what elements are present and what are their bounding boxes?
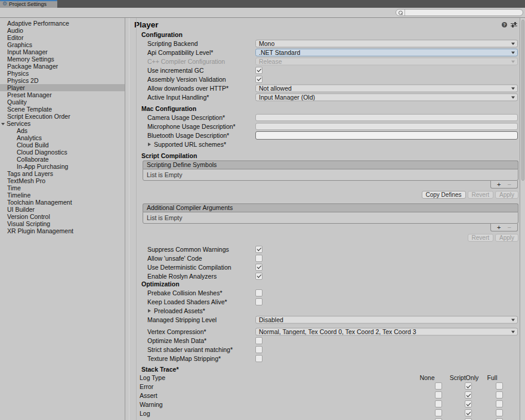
stacktrace-assert-none-checkbox[interactable]: [435, 391, 442, 399]
sidebar-item-package-manager[interactable]: Package Manager: [0, 63, 125, 70]
sidebar-item-tags-and-layers[interactable]: Tags and Layers: [0, 170, 125, 177]
row-label: Bluetooth Usage Description*: [147, 132, 229, 139]
checkbox-optimize-mesh-data[interactable]: [255, 337, 262, 344]
stack-trace-row: Assert: [126, 391, 520, 400]
checkbox-use-incremental-gc[interactable]: [255, 67, 262, 74]
sidebar-item-textmesh-pro[interactable]: TextMesh Pro: [0, 177, 125, 184]
copy-defines-button[interactable]: Copy Defines: [422, 191, 466, 199]
presets-icon[interactable]: [511, 22, 517, 27]
page-title: Player: [134, 20, 159, 29]
field-bluetooth-usage-description[interactable]: [255, 131, 518, 140]
dropdown-vertex-compression[interactable]: Normal, Tangent, Tex Coord 0, Tex Coord …: [255, 328, 518, 335]
foldout-arrow-icon[interactable]: [148, 143, 151, 146]
sidebar-item-timeline[interactable]: Timeline: [0, 192, 125, 199]
list-add-remove: +−: [490, 181, 518, 189]
sidebar-item-label: Player: [7, 84, 25, 91]
stacktrace-error-full-checkbox[interactable]: [496, 382, 503, 390]
sidebar-item-label: Version Control: [7, 213, 50, 220]
sidebar-item-physics[interactable]: Physics: [0, 70, 125, 77]
sidebar-item-xr-plugin-management[interactable]: XR Plugin Management: [0, 227, 125, 234]
checkbox-assembly-version-validation[interactable]: [255, 76, 262, 83]
revert-button: Revert: [468, 234, 493, 242]
dropdown-api-compatibility-level[interactable]: .NET Standard: [255, 48, 518, 56]
sidebar-item-ui-builder[interactable]: UI Builder: [0, 206, 125, 213]
sidebar-item-services[interactable]: Services: [0, 120, 125, 127]
stack-trace-header-row: Log TypeNoneScriptOnlyFull: [126, 373, 520, 382]
foldout-arrow-icon[interactable]: [148, 309, 151, 313]
dropdown-scripting-backend[interactable]: Mono: [255, 39, 518, 47]
sidebar-item-toolchain-management[interactable]: Toolchain Management: [0, 199, 125, 206]
row-managed-stripping-level: Managed Stripping LevelDisabled: [126, 315, 520, 324]
dropdown-value: Mono: [259, 40, 274, 47]
sidebar-item-memory-settings[interactable]: Memory Settings: [0, 55, 125, 63]
list-empty-label: List is Empty: [147, 214, 183, 221]
row-value: [255, 131, 518, 140]
field-microphone-usage-description[interactable]: [255, 123, 518, 130]
row-value: Normal, Tangent, Tex Coord 0, Tex Coord …: [255, 328, 518, 335]
scrollbar-thumb[interactable]: [521, 20, 524, 181]
stacktrace-warning-none-checkbox[interactable]: [435, 400, 442, 407]
stacktrace-error-scriptonly-checkbox[interactable]: [465, 382, 472, 390]
stacktrace-log-full-checkbox[interactable]: [496, 409, 503, 416]
sidebar-item-in-app-purchasing[interactable]: In-App Purchasing: [0, 163, 125, 170]
field-camera-usage-description[interactable]: [255, 114, 518, 121]
help-icon[interactable]: ?: [502, 22, 507, 27]
sidebar-item-quality[interactable]: Quality: [0, 98, 125, 106]
sidebar-item-cloud-diagnostics[interactable]: Cloud Diagnostics: [0, 149, 125, 156]
checkbox-keep-loaded-shaders-alive[interactable]: [255, 298, 262, 305]
sidebar-item-time[interactable]: Time: [0, 184, 125, 192]
add-button[interactable]: +: [497, 181, 501, 187]
dropdown-allow-downloads-over-http[interactable]: Not allowed: [255, 84, 518, 92]
sidebar-item-collaborate[interactable]: Collaborate: [0, 156, 125, 163]
foldout-label[interactable]: Supported URL schemes*: [154, 141, 226, 148]
sidebar-item-preset-manager[interactable]: Preset Manager: [0, 91, 125, 98]
sidebar-item-ads[interactable]: Ads: [0, 127, 125, 134]
row-label: Active Input Handling*: [147, 94, 209, 101]
row-prebake-collision-meshes: Prebake Collision Meshes*: [126, 288, 520, 297]
sidebar-item-analytics[interactable]: Analytics: [0, 134, 125, 141]
sidebar-item-adaptive-performance[interactable]: Adaptive Performance: [0, 20, 125, 27]
sidebar-item-script-execution-order[interactable]: Script Execution Order: [0, 113, 125, 120]
stacktrace-log-scriptonly-checkbox[interactable]: [465, 409, 472, 416]
stacktrace-warning-scriptonly-checkbox[interactable]: [465, 400, 472, 407]
toolbar: [0, 8, 525, 18]
sidebar-item-version-control[interactable]: Version Control: [0, 213, 125, 220]
row-label: Microphone Usage Description*: [147, 123, 236, 130]
sidebar-item-player[interactable]: Player: [0, 84, 125, 91]
checkbox-strict-shader-variant-matching[interactable]: [255, 346, 262, 353]
dropdown-active-input-handling[interactable]: Input Manager (Old): [255, 93, 518, 101]
dropdown-managed-stripping-level[interactable]: Disabled: [255, 316, 518, 323]
stacktrace-assert-scriptonly-checkbox[interactable]: [465, 391, 472, 399]
checkbox-allow-unsafe-code[interactable]: [255, 255, 262, 262]
sidebar-item-visual-scripting[interactable]: Visual Scripting: [0, 220, 125, 227]
stacktrace-warning-full-checkbox[interactable]: [496, 400, 503, 407]
stacktrace-log-none-checkbox[interactable]: [435, 409, 442, 416]
sidebar-item-audio[interactable]: Audio: [0, 27, 125, 34]
search-box[interactable]: [396, 9, 523, 16]
vertical-scrollbar[interactable]: [520, 18, 525, 420]
checkbox-use-deterministic-compilation[interactable]: [255, 264, 262, 271]
foldout-open-icon[interactable]: [1, 123, 5, 125]
column-header-none: None: [419, 374, 434, 381]
tab-project-settings[interactable]: ⚙ Project Settings: [0, 0, 57, 8]
gear-icon: ⚙: [2, 1, 7, 7]
checkbox-suppress-common-warnings[interactable]: [255, 246, 262, 253]
checkbox-enable-roslyn-analyzers[interactable]: [255, 273, 262, 280]
row-label: Assembly Version Validation: [147, 76, 226, 83]
foldout-label[interactable]: Preloaded Assets*: [154, 307, 205, 314]
sidebar-item-graphics[interactable]: Graphics: [0, 41, 125, 48]
stacktrace-assert-full-checkbox[interactable]: [496, 391, 503, 399]
dropdown-value: Disabled: [259, 316, 283, 323]
sidebar-item-input-manager[interactable]: Input Manager: [0, 48, 125, 55]
sidebar-item-editor[interactable]: Editor: [0, 34, 125, 41]
sidebar-item-physics-2d[interactable]: Physics 2D: [0, 77, 125, 84]
sidebar-item-cloud-build[interactable]: Cloud Build: [0, 141, 125, 149]
row-suppress-common-warnings: Suppress Common Warnings: [126, 245, 520, 254]
search-input[interactable]: [405, 10, 523, 16]
add-button[interactable]: +: [497, 224, 501, 230]
stacktrace-error-none-checkbox[interactable]: [435, 382, 442, 390]
sidebar-item-scene-template[interactable]: Scene Template: [0, 106, 125, 113]
checkbox-texture-mipmap-stripping[interactable]: [255, 355, 262, 362]
checkbox-prebake-collision-meshes[interactable]: [255, 289, 262, 297]
sidebar-item-label: Ads: [17, 127, 27, 134]
